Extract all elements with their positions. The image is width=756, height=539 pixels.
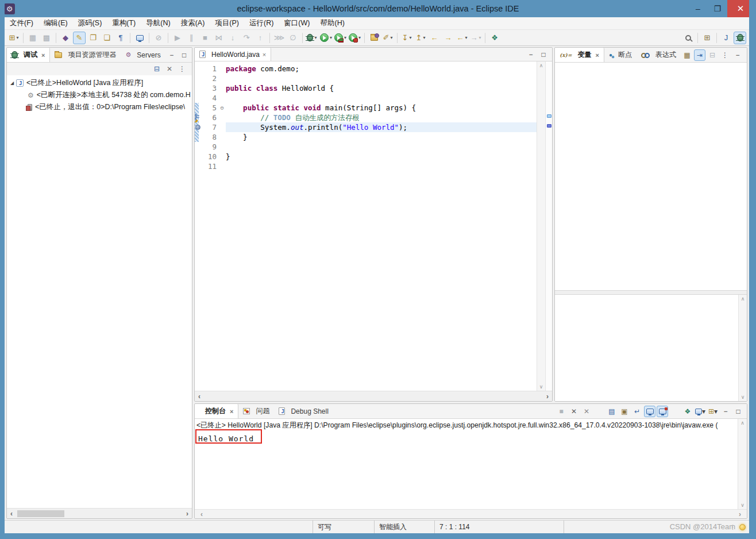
profile[interactable]: ▾ (348, 32, 361, 44)
code-line[interactable]: 3public class HelloWorld { (195, 83, 537, 93)
code-lines[interactable]: 1package com.demo;23public class HelloWo… (195, 61, 537, 391)
open-task[interactable]: ◆ (59, 32, 72, 44)
chevron-right-icon[interactable]: › (735, 510, 745, 518)
debug-tree-item[interactable]: ◢ <已终止>HelloWorld [Java 应用程序] (7, 77, 192, 89)
display-selected-console[interactable]: ▾ (695, 406, 706, 417)
view-tab[interactable]: 调试 × (7, 48, 50, 62)
overview-task-marker[interactable] (547, 114, 551, 118)
search-dialog[interactable]: ✐ ▾ (381, 32, 394, 44)
menu-item[interactable]: 项目(P) (210, 18, 244, 28)
collapse-all[interactable]: ⊟ (707, 49, 718, 61)
show-console-on-stdout[interactable] (644, 406, 655, 417)
code-line[interactable]: 8 } (195, 132, 537, 142)
terminate[interactable]: ■ (556, 406, 567, 417)
editor-vscrollbar[interactable]: ∧ ∨ (537, 61, 545, 391)
code-text[interactable]: System.out.println("Hello World"); (226, 122, 537, 132)
toggle-block-selection[interactable]: ⊘ (152, 32, 165, 44)
expander-icon[interactable]: ◢ (8, 80, 16, 86)
code-text[interactable]: } (226, 152, 537, 161)
gutter-marker-column[interactable] (195, 83, 202, 93)
menu-item[interactable]: 编辑(E) (38, 18, 73, 28)
close-tab-icon[interactable]: × (41, 52, 45, 59)
close-tab-icon[interactable]: × (263, 51, 266, 58)
collapse-all[interactable]: ⊟ (151, 63, 163, 75)
debug[interactable]: ▾ (306, 32, 318, 44)
disconnect[interactable]: ⋈ (213, 32, 225, 44)
code-text[interactable] (226, 74, 537, 83)
menu-item[interactable]: 帮助(H) (315, 18, 349, 28)
debug-perspective[interactable] (734, 32, 746, 44)
use-step-filters[interactable]: ⋙ (273, 32, 286, 44)
scroll-lock[interactable]: ▣ (619, 406, 630, 417)
save[interactable]: ▦ (26, 32, 39, 44)
chevron-left-icon[interactable]: ‹ (197, 510, 206, 518)
show-selected-element-only[interactable]: ❏ (101, 32, 113, 44)
step-return[interactable]: ↑ (254, 32, 267, 44)
maximize-view[interactable]: □ (745, 49, 747, 61)
code-line[interactable]: 11 (195, 161, 537, 171)
minimize-view[interactable]: − (732, 49, 743, 61)
remove-all-terminated-launches[interactable]: ✕ (581, 406, 592, 417)
view-menu[interactable]: ⋮ (176, 63, 188, 75)
menu-item[interactable]: 重构(T) (107, 18, 141, 28)
code-text[interactable]: public class HelloWorld { (226, 83, 537, 93)
chevron-down-icon[interactable]: ∨ (539, 384, 543, 390)
code-line[interactable]: 2 (195, 74, 537, 83)
java-perspective[interactable]: J (720, 32, 732, 44)
step-into[interactable]: ↓ (226, 32, 239, 44)
gutter-marker-column[interactable] (195, 74, 202, 83)
gutter-marker-column[interactable] (195, 161, 202, 171)
chevron-up-icon[interactable]: ∧ (740, 420, 745, 426)
suspend[interactable]: ∥ (185, 32, 198, 44)
next-edit-location[interactable]: → (442, 32, 454, 44)
code-line[interactable]: 9 (195, 142, 537, 152)
code-line[interactable]: 5⊖ public static void main(String[] args… (195, 103, 537, 113)
maximize-button[interactable]: ❐ (708, 0, 727, 17)
hscroll-track[interactable] (16, 510, 183, 518)
code-text[interactable] (226, 161, 537, 171)
chevron-left-icon[interactable]: ‹ (7, 510, 16, 518)
previous-annotation[interactable]: ↥ ▾ (414, 32, 427, 44)
pin-editor[interactable]: ❖ (488, 32, 501, 44)
run[interactable]: ▾ (319, 32, 333, 44)
console-hscrollbar[interactable]: ‹ › (195, 509, 747, 518)
close-tab-icon[interactable]: × (595, 52, 599, 59)
link-with-editor[interactable]: ❐ (87, 32, 99, 44)
chevron-left-icon[interactable]: ‹ (195, 392, 204, 401)
editor-hscrollbar[interactable]: ‹ › (195, 391, 552, 401)
maximize-view[interactable]: □ (538, 49, 549, 60)
open-perspective[interactable]: ⊞ (701, 32, 713, 44)
gutter-marker-column[interactable] (195, 113, 202, 122)
minimize-view[interactable]: − (525, 49, 537, 60)
show-whitespace[interactable]: ¶ (114, 32, 127, 44)
hscroll-track[interactable] (204, 392, 543, 401)
menu-item[interactable]: 源码(S) (73, 18, 107, 28)
menu-item[interactable]: 搜索(A) (176, 18, 210, 28)
console-output-area[interactable]: <已终止> HelloWorld [Java 应用程序] D:\Program … (195, 419, 738, 509)
chevron-right-icon[interactable]: › (543, 392, 552, 401)
editor-tab[interactable]: HelloWorld.java × (195, 48, 271, 61)
view-tab[interactable]: Servers (121, 48, 165, 62)
code-line[interactable]: 7 System.out.println("Hello World"); (195, 122, 537, 132)
gutter-marker-column[interactable] (195, 132, 202, 142)
fold-collapse-icon[interactable]: ⊖ (218, 105, 226, 111)
show-type-names[interactable]: ▦ (681, 49, 693, 61)
code-text[interactable]: // TODO 自动生成的方法存根 (226, 113, 537, 122)
view-tab[interactable]: Debug Shell (274, 404, 333, 418)
next-annotation[interactable]: ↧ ▾ (400, 32, 413, 44)
clear-console[interactable]: ▤ (606, 406, 618, 417)
pin-console[interactable]: ❖ (682, 406, 693, 417)
view-tab[interactable]: 问题 (238, 404, 274, 418)
console-vscrollbar[interactable]: ∧ ∨ (738, 419, 747, 509)
chevron-down-icon[interactable]: ∨ (740, 502, 745, 508)
word-wrap[interactable]: ↵ (631, 406, 643, 417)
view-tab[interactable]: 控制台 × (195, 404, 238, 418)
close-tab-icon[interactable]: × (230, 408, 233, 415)
code-line[interactable]: 6 // TODO 自动生成的方法存根 (195, 113, 537, 122)
gutter-marker-column[interactable] (195, 93, 202, 103)
debug-tree-item[interactable]: <已终止，退出值：0>D:\Program Files\eclipse\ (7, 101, 192, 113)
gutter-marker-column[interactable] (195, 142, 202, 152)
code-text[interactable] (226, 142, 537, 152)
back[interactable]: ← ▾ (456, 32, 468, 44)
variables-tree-pane[interactable] (555, 63, 747, 291)
